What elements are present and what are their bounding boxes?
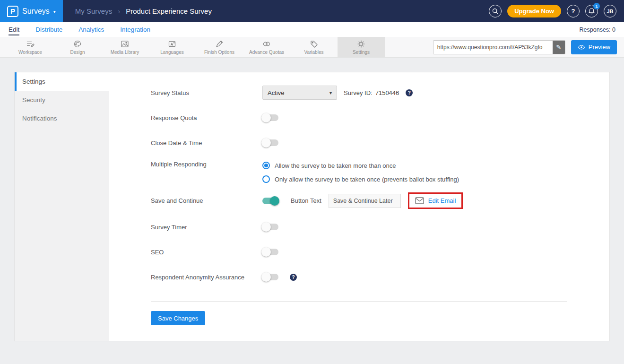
save-changes-button[interactable]: Save Changes [151,311,205,325]
responses-count: Responses: 0 [580,26,615,33]
tab-edit[interactable]: Edit [9,26,19,33]
toggle-knob [261,247,271,257]
multiple-responding-options: Allow the survey to be taken more than o… [262,161,459,183]
settings-card: Settings Security Notifications Survey S… [14,72,610,341]
response-quota-label: Response Quota [151,114,262,121]
annotation-highlight-box: Edit Email [408,192,463,209]
sidebar-item-notifications[interactable]: Notifications [15,109,109,128]
seo-toggle[interactable] [262,249,278,255]
survey-timer-label: Survey Timer [151,224,262,231]
radio-unselected-icon [262,175,270,183]
tab-analytics[interactable]: Analytics [78,26,104,33]
breadcrumb-separator: › [118,7,120,15]
search-button[interactable] [489,5,502,17]
edit-toolbar: Workspace Design Media Library Languages… [0,37,624,58]
toolbar-item-languages[interactable]: Languages [148,37,196,57]
settings-gear-icon [357,40,365,48]
toolbar-item-workspace[interactable]: Workspace [7,37,54,57]
breadcrumb: My Surveys › Product Experience Survey [75,7,212,15]
multiple-responding-label: Multiple Responding [151,161,262,168]
survey-status-label: Survey Status [151,89,262,96]
survey-timer-toggle[interactable] [262,224,278,230]
notification-count-badge: 1 [593,3,600,9]
multiple-responding-row: Multiple Responding Allow the survey to … [151,161,567,183]
top-header: P Surveys ▾ My Surveys › Product Experie… [0,0,624,22]
sidebar-item-settings[interactable]: Settings [15,72,109,91]
workspace-icon [26,40,35,48]
advance-quotas-icon [262,40,271,48]
finish-options-icon [215,40,224,48]
toggle-knob [261,138,271,147]
toggle-knob [270,196,279,206]
surveys-menu-label: Surveys [22,7,50,16]
survey-id-value: 7150446 [375,89,399,96]
avatar[interactable]: JB [604,5,616,17]
seo-row: SEO [151,245,567,259]
toggle-knob [261,222,271,232]
pencil-icon: ✎ [556,43,561,51]
seo-label: SEO [151,249,262,256]
toolbar-item-design[interactable]: Design [54,37,101,57]
toolbar-item-settings[interactable]: Settings [338,37,385,57]
radio-allow-multiple[interactable]: Allow the survey to be taken more than o… [262,162,459,169]
select-caret-icon: ▾ [329,90,332,95]
anonymity-row: Respondent Anonymity Assurance ? [151,270,567,284]
header-actions: Upgrade Now ? 1 JB [489,5,624,17]
sidebar-item-security[interactable]: Security [15,91,109,109]
envelope-icon [415,197,424,204]
survey-url-box: ✎ [433,40,565,54]
toolbar-item-variables[interactable]: Variables [290,37,338,57]
toolbar-item-advance-quotas[interactable]: Advance Quotas [243,37,290,57]
anonymity-toggle[interactable] [262,274,278,280]
survey-url-input[interactable] [433,41,553,54]
toolbar-item-finish-options[interactable]: Finish Options [196,37,243,57]
tab-integration[interactable]: Integration [120,26,150,33]
variables-tag-icon [310,40,318,48]
breadcrumb-my-surveys[interactable]: My Surveys [75,7,112,15]
close-date-toggle[interactable] [262,139,278,146]
save-continue-row: Save and Continue Button Text Edit Email [151,192,567,209]
search-icon [492,8,499,15]
questionpro-logo: P [7,6,18,17]
survey-id-help-icon[interactable]: ? [406,89,413,96]
edit-url-button[interactable]: ✎ [553,41,565,54]
toggle-knob [261,113,271,122]
response-quota-toggle[interactable] [262,114,278,121]
eye-icon [578,43,585,51]
toolbar-right-actions: ✎ Preview [433,37,624,57]
anonymity-help-icon[interactable]: ? [290,274,297,281]
close-date-row: Close Date & Time [151,136,567,150]
survey-status-value: Active [268,89,284,96]
survey-nav-tabs: Edit Distribute Analytics Integration Re… [0,22,624,37]
breadcrumb-current-survey: Product Experience Survey [126,7,212,15]
form-divider [151,301,567,302]
languages-icon [168,40,176,48]
button-text-input[interactable] [329,194,401,208]
survey-status-row: Survey Status Active ▾ Survey ID: 715044… [151,86,567,100]
save-continue-toggle[interactable] [262,198,278,204]
survey-timer-row: Survey Timer [151,220,567,234]
media-library-icon [121,40,129,48]
anonymity-label: Respondent Anonymity Assurance [151,274,262,281]
question-mark-icon: ? [572,8,575,15]
surveys-app-menu[interactable]: P Surveys ▾ [0,0,63,22]
toggle-knob [261,272,271,282]
upgrade-now-button[interactable]: Upgrade Now [507,5,561,17]
survey-status-select[interactable]: Active ▾ [262,86,337,100]
tab-distribute[interactable]: Distribute [35,26,62,33]
close-date-label: Close Date & Time [151,139,262,147]
toolbar-item-media-library[interactable]: Media Library [101,37,148,57]
response-quota-row: Response Quota [151,111,567,125]
design-palette-icon [73,40,82,48]
help-button[interactable]: ? [567,5,580,17]
avatar-initials: JB [607,9,613,14]
notifications-button[interactable]: 1 [585,5,598,17]
preview-button[interactable]: Preview [571,40,617,54]
radio-selected-icon [262,162,270,169]
settings-sidebar: Settings Security Notifications [15,72,109,341]
survey-id-label: Survey ID: [344,89,373,96]
edit-email-button[interactable]: Edit Email [409,194,462,208]
radio-allow-once[interactable]: Only allow the survey to be taken once (… [262,175,459,183]
button-text-label: Button Text [291,197,321,204]
chevron-down-icon: ▾ [53,9,56,14]
